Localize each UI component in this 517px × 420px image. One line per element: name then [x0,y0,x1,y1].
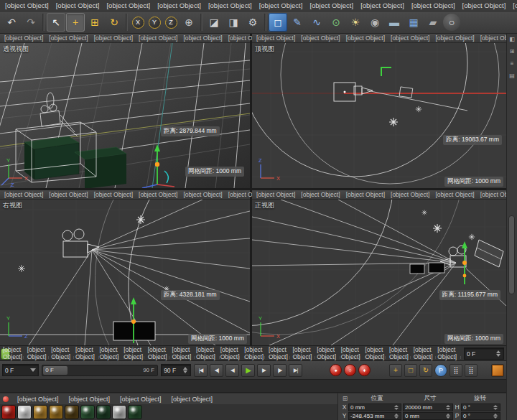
white-material[interactable] [17,405,32,419]
position-x-field[interactable]: 0 mm [348,403,401,411]
viewport-menu-item[interactable]: [object Object] [136,191,180,198]
viewport-menu-item[interactable]: [object Object] [298,191,343,198]
prev-frame-button[interactable]: ◀ [225,364,239,377]
viewport-menu-item[interactable]: [object Object] [432,34,477,42]
menubar-item[interactable]: [object Object] [154,1,205,9]
timeline-range-slider[interactable]: 0 F 90 F [42,365,158,376]
menubar-item[interactable]: [object Object] [1,1,52,9]
material-menu-item[interactable]: [object Object] [12,396,64,403]
next-key-button[interactable]: |▶ [273,364,287,377]
red-material[interactable] [1,405,16,419]
add-camera-button[interactable]: ◉ [365,13,384,32]
film-camera-icon[interactable]: ▰ [424,13,442,32]
menubar-item[interactable]: [object Object] [459,1,510,9]
viewport-menu-item[interactable]: [object Object] [91,191,136,198]
menubar-item[interactable]: [object Object] [205,1,256,9]
stepper[interactable] [444,413,451,419]
array-tool-button[interactable]: ▦ [404,13,423,32]
add-generator-button[interactable]: ∿ [307,13,326,32]
viewport-menu-item[interactable]: [object Object] [343,191,388,198]
current-frame-dropdown[interactable]: 0 F [2,364,39,376]
scrollbar-thumb[interactable] [508,215,515,294]
redo-icon[interactable]: ↷ [22,13,40,32]
add-light-button[interactable]: ☀ [346,13,365,32]
stepper[interactable] [393,404,399,411]
menubar-item[interactable]: [object Object] [357,1,408,9]
stepper[interactable] [492,404,498,411]
mograph-button[interactable]: ⊙ [327,13,345,32]
next-frame-button[interactable]: ▶ [257,364,271,377]
add-primitive-button[interactable]: ◻ [269,13,287,32]
viewport-canvas-front[interactable]: X Y 正视图 距离: 11195.677 mm 网格间距: 1000 mm [252,200,506,345]
viewport-canvas-right[interactable]: Z Y 右视图 距离: 4328.181 mm 网格间距: 1000 mm [0,200,250,345]
stepper[interactable] [444,404,451,411]
scale-tool[interactable]: ⊞ [85,13,104,32]
layers-panel-icon[interactable]: ▤ [508,73,516,79]
move-tool[interactable]: + [66,13,85,32]
key-scale-toggle[interactable]: □ [404,364,417,377]
key-parameter-toggle[interactable]: P [434,364,447,377]
material-menu-item[interactable]: [object Object] [115,396,167,403]
layout-panel-icon[interactable]: ◧ [508,36,516,42]
menubar-item[interactable]: [object Object] [509,1,517,9]
range-end-label[interactable]: 90 F [143,367,154,373]
live-selection-tool[interactable]: ↖ [47,13,65,32]
keyframe-selection-button[interactable]: ♦ [358,364,371,376]
undo-icon[interactable]: ↶ [2,13,21,32]
bronze-material[interactable] [65,405,79,419]
viewport-menu-item[interactable]: [object Object] [298,34,343,42]
position-y-field[interactable]: -248.453 mm [348,412,401,420]
key-rotation-toggle[interactable]: ↻ [419,364,432,377]
solo-button[interactable] [491,364,504,377]
goto-start-button[interactable]: |◀ [194,364,208,377]
coordinate-system-toggle[interactable]: ⊕ [180,13,198,32]
key-pla-toggle[interactable]: ⣿ [450,364,462,377]
menubar-item[interactable]: [object Object] [408,1,459,9]
frame-field[interactable]: 0 F [464,347,504,360]
viewport-menu-item[interactable]: [object Object] [91,34,136,42]
gold-material[interactable] [33,405,47,419]
forest-green-material[interactable] [128,405,142,419]
key-position-toggle[interactable]: + [389,364,402,377]
end-frame-field[interactable]: 90 F [161,364,191,376]
stepper[interactable] [182,366,188,375]
render-picture-viewer-button[interactable]: ◨ [224,13,243,32]
y-axis-lock[interactable]: Y [146,14,162,30]
menubar-item[interactable]: [object Object] [103,1,154,9]
play-button[interactable]: ▶ [241,364,255,377]
viewport-menu-item[interactable]: [object Object] [180,34,225,42]
z-axis-lock[interactable]: Z [163,14,179,30]
light-bulb-icon[interactable]: ○ [443,14,460,31]
rotate-tool[interactable]: ↻ [105,13,124,32]
menubar-item[interactable]: [object Object] [306,1,357,9]
silver-material[interactable] [112,405,126,419]
size-x-field[interactable]: 20000 mm [403,403,453,411]
menubar-item[interactable]: [object Object] [256,1,307,9]
prev-key-button[interactable]: ◀| [210,364,223,377]
size-y-field[interactable]: 0 mm [403,412,453,420]
add-environment-button[interactable]: ▬ [385,13,404,32]
material-menu-item[interactable]: [object Object] [167,396,218,403]
rotation-h-field[interactable]: 0 ° [461,403,500,411]
viewport-canvas-top[interactable]: X Z 顶视图 距离: 19083.67 mm 网格间距: 1000 mm [252,43,506,188]
stepper[interactable] [393,413,399,419]
stepper[interactable] [492,413,498,419]
viewport-menu-item[interactable]: [object Object] [432,191,477,198]
viewport-menu-item[interactable]: [object Object] [343,34,388,42]
add-spline-button[interactable]: ✎ [288,13,307,32]
render-view-button[interactable]: ◪ [205,13,223,32]
rotation-p-field[interactable]: 0 ° [461,412,500,420]
viewport-menu-item[interactable]: [object Object] [46,191,90,198]
green-speckle-material[interactable] [80,405,95,419]
menubar-item[interactable]: [object Object] [52,1,103,9]
viewport-menu-item[interactable]: [object Object] [388,191,432,198]
stepper[interactable] [495,350,501,358]
material-menu-item[interactable]: [object Object] [64,396,116,403]
record-keyframe-button[interactable]: ● [330,364,342,376]
viewport-menu-item[interactable]: [object Object] [46,34,90,42]
viewport-menu-item[interactable]: [object Object] [180,191,225,198]
x-axis-lock[interactable]: X [130,14,146,30]
grid-panel-icon[interactable]: ⊞ [508,48,516,55]
autokey-button[interactable]: ○ [344,364,356,376]
goto-end-button[interactable]: ▶| [289,364,302,377]
